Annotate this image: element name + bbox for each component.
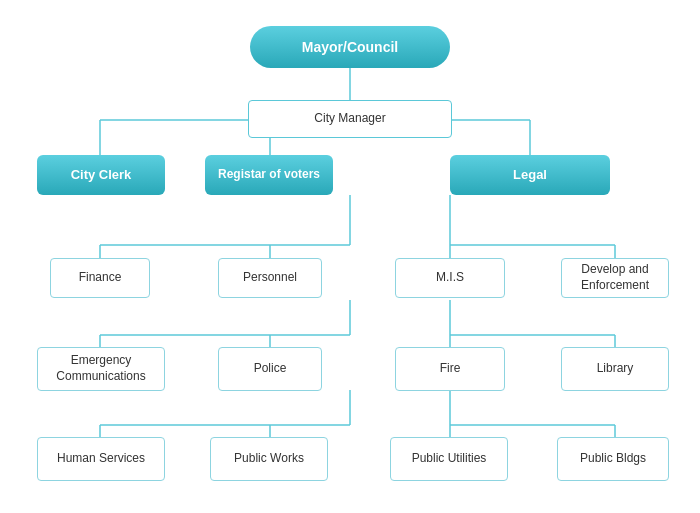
city-manager-node: City Manager	[248, 100, 452, 138]
public-bldgs-node: Public Bldgs	[557, 437, 669, 481]
finance-node: Finance	[50, 258, 150, 298]
public-works-node: Public Works	[210, 437, 328, 481]
emergency-node: Emergency Communications	[37, 347, 165, 391]
public-utilities-node: Public Utilities	[390, 437, 508, 481]
legal-node: Legal	[450, 155, 610, 195]
human-services-node: Human Services	[37, 437, 165, 481]
org-chart: Mayor/Council City Manager City Clerk Re…	[0, 0, 700, 513]
personnel-node: Personnel	[218, 258, 322, 298]
mis-node: M.I.S	[395, 258, 505, 298]
mayor-node: Mayor/Council	[250, 26, 450, 68]
develop-node: Develop and Enforcement	[561, 258, 669, 298]
library-node: Library	[561, 347, 669, 391]
registrar-node: Registar of voters	[205, 155, 333, 195]
police-node: Police	[218, 347, 322, 391]
city-clerk-node: City Clerk	[37, 155, 165, 195]
fire-node: Fire	[395, 347, 505, 391]
